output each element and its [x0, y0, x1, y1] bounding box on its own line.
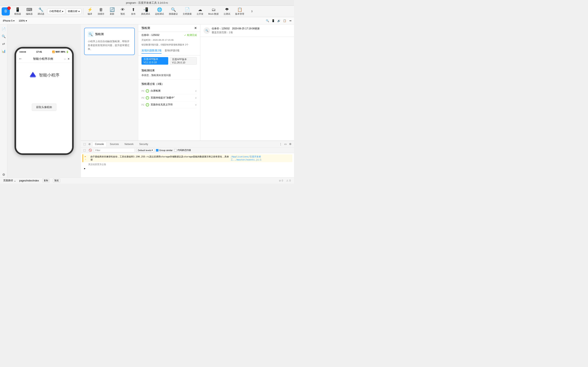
precheck-card-title: 预检测 [95, 33, 104, 36]
sidebar-search-icon[interactable]: 🔍 [1, 33, 7, 39]
page-index: pages/index/index [19, 179, 39, 182]
page-path-selector[interactable]: 页面路径 ⌄ [3, 179, 16, 182]
precheck-detail-header: 预检测 ✕ [138, 25, 200, 32]
cloud-dev-btn[interactable]: ☁ 云开发 [195, 6, 205, 16]
editor-icon: ⌨ [26, 7, 32, 12]
filter-input[interactable] [94, 148, 135, 152]
page-path-chevron: ⌄ [14, 179, 16, 182]
phone-battery: 📶 WiFi 98% 🔋 [52, 50, 69, 53]
levels-label: Default levels [138, 149, 151, 151]
result-text: 恭喜您，预检测未发现问题 [141, 74, 197, 77]
found-issues-tab[interactable]: 发现问题数量2项 [141, 49, 162, 54]
precheck-card-header: 🔍 预检测 [88, 31, 131, 37]
preview-path-btn[interactable]: 预览 [53, 179, 60, 183]
version-tag-2[interactable]: 百度APP版本 V11.26.0.10 [170, 57, 197, 65]
real-debug-btn[interactable]: 📲 真机调试 [139, 6, 152, 16]
sidebar-chart-icon[interactable]: 📊 [1, 48, 7, 54]
result-section: 预检测结果 恭喜您，预检测未发现问题 [138, 66, 200, 80]
version-mgmt-btn[interactable]: 📋 版本管理 [233, 6, 246, 16]
zoom-chevron: ▾ [26, 19, 27, 22]
error-icon: ⊘ [279, 179, 281, 182]
mode-dropdown[interactable]: 小程序模式 ▾ [47, 8, 65, 14]
copy-path-btn[interactable]: 复制 [42, 179, 50, 183]
impact-issues-tab[interactable]: 影响评级0项 [165, 49, 180, 54]
app-close-icon[interactable]: ✕ [68, 58, 70, 60]
devtools-inspect2-btn[interactable]: ⬚ [82, 148, 86, 152]
get-photo-btn[interactable]: 获取头像昵称 [32, 104, 56, 111]
cloud-test-btn[interactable]: 🌩 云测试 [222, 7, 232, 16]
sidebar-settings-icon[interactable]: ⚙ [1, 172, 7, 177]
app-logo[interactable]: B 1 [2, 7, 10, 16]
preview-btn[interactable]: 👁 预览 [118, 7, 128, 16]
zoom-selector[interactable]: 100% ▾ [17, 19, 28, 23]
compile-icon: ⚡ [87, 7, 93, 12]
devtools-clear-btn[interactable]: 🚫 [88, 148, 92, 152]
search-suggest-icon: 🔍 [171, 7, 176, 12]
check-name-3: 页面存在无意义字符 [151, 103, 173, 106]
mode-chevron: ▾ [62, 10, 63, 13]
devtools-dock-btn[interactable]: ▭ [283, 142, 287, 146]
preview-label: 预览 [121, 12, 125, 16]
warning-link[interactable]: /Applications/百度开发者工../master/events.js:… [231, 155, 291, 161]
tab-network[interactable]: Network [122, 142, 136, 146]
compile-label: 编译 [87, 12, 92, 16]
precheck-close-btn[interactable]: ✕ [194, 26, 197, 30]
console-expandable[interactable]: ▶ [82, 166, 292, 171]
precheck-card[interactable]: 🔍 预检测 小程序上传后自动触发预检测，帮助开发者提前发现潜在问题，提升提审通过… [84, 28, 135, 55]
group-similar-label[interactable]: Group similar [156, 149, 173, 151]
sidebar-pages-icon[interactable]: 📄 [1, 26, 7, 32]
expand-2[interactable]: ∨ [195, 96, 197, 99]
debugger-btn[interactable]: 🔧 调试器 [35, 6, 46, 16]
more-tools-btn[interactable]: ⟫ [247, 9, 257, 13]
version-tag-1[interactable]: 百度APP版本 V11.12.0.10 [141, 57, 168, 65]
tab-console[interactable]: Console [92, 142, 107, 147]
volume-toolbar-btn[interactable]: 🔊 [277, 19, 281, 23]
levels-dropdown[interactable]: Default levels ▾ [136, 148, 154, 152]
devtools-settings-btn[interactable]: ⚙ [288, 142, 292, 146]
copy-toolbar-btn[interactable]: 📋 [283, 19, 287, 23]
more-tools-icon: ⟫ [251, 10, 252, 13]
check-circle-1 [146, 89, 149, 92]
refresh-label: 刷新 [110, 12, 114, 16]
debugger-label: 调试器 [38, 12, 44, 16]
tab-sources[interactable]: Sources [107, 142, 121, 146]
refresh-btn[interactable]: 🔄 刷新 [107, 6, 117, 16]
search-suggest-btn[interactable]: 🔍 搜索建议 [167, 6, 180, 16]
phone-toolbar-btn[interactable]: 📱 [271, 19, 275, 23]
code-scan-text: 代码静态扫描 [177, 149, 191, 152]
code-scan-label[interactable]: 代码静态扫描 [174, 149, 191, 152]
remote-debug-icon: 🌐 [157, 7, 162, 12]
expand-3[interactable]: ∨ [195, 103, 197, 106]
tab-security[interactable]: Security [137, 142, 150, 146]
check-level-3: P2 [141, 104, 144, 106]
warning-triangle: ▶ ⚠ [85, 155, 89, 161]
devtools-tabs: ⬚ ⊘ Console Sources Network Security ⋮ ▭… [81, 141, 294, 147]
clear-cache-label: 清缓存 [98, 12, 104, 16]
mock-data-btn[interactable]: 🗂 Mock 数据 [206, 7, 221, 16]
version-mgmt-icon: 📋 [237, 7, 242, 12]
cloud-dev-icon: ☁ [198, 7, 202, 12]
cloud-test-label: 云测试 [224, 12, 230, 16]
app-more-icon[interactable]: ··· [64, 58, 66, 60]
warn-count: ⚠ 0 [286, 179, 291, 182]
deps-dropdown[interactable]: 依赖分析 ▾ [66, 8, 81, 14]
group-similar-checkbox[interactable] [156, 149, 158, 151]
console-content: ▶ ⚠ 由于基础库的非兼容性改动，工具在基础库3.190.255-rc及以后调用… [81, 153, 294, 177]
devtools-more-btn[interactable]: ⋮ [278, 142, 283, 146]
real-debug-label: 真机调试 [141, 12, 150, 16]
editor-btn[interactable]: ⌨ 编辑器 [24, 6, 35, 16]
simulator-btn[interactable]: 📱 模拟器 [12, 6, 23, 16]
devtools-pause-btn[interactable]: ⊘ [87, 142, 91, 146]
publish-btn[interactable]: ⬆ 发布 [129, 6, 138, 16]
doc-search-btn[interactable]: 📄 文档搜索 [181, 6, 194, 16]
clear-cache-btn[interactable]: 🗑 清缓存 [95, 7, 106, 16]
expand-1[interactable]: ∨ [195, 90, 197, 92]
remote-debug-btn[interactable]: 🌐 远程调试 [153, 6, 166, 16]
search-toolbar-btn[interactable]: 🔍 [265, 19, 269, 23]
compile-btn[interactable]: ⚡ 编译 [85, 6, 95, 16]
forward-toolbar-btn[interactable]: ➡ [288, 19, 292, 23]
sidebar-diff-icon[interactable]: ⇄ [1, 41, 7, 47]
device-selector[interactable]: iPhone 5 ▾ [2, 19, 16, 23]
devtools-inspect-btn[interactable]: ⬚ [82, 142, 86, 146]
code-scan-checkbox[interactable] [174, 149, 177, 151]
